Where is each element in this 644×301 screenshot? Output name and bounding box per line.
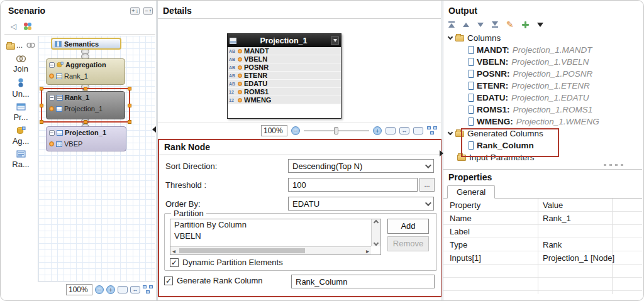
scroll-right-icon[interactable]: ▸ xyxy=(366,248,369,254)
link-icon[interactable] xyxy=(26,42,35,48)
generate-rank-checkbox[interactable]: ✓ xyxy=(164,276,173,285)
grid-toggle-icon[interactable] xyxy=(413,127,423,134)
tree-row-rank-column[interactable]: Rank_Column xyxy=(443,140,642,151)
node-label: Semantics xyxy=(64,40,99,48)
zoom-slider[interactable] xyxy=(304,130,369,131)
fit-page-icon[interactable] xyxy=(118,286,128,293)
tree-column-row[interactable]: ROMS1: Projection_1.ROMS1 xyxy=(443,104,642,116)
tree-column-row[interactable]: ETENR: Projection_1.ETENR xyxy=(443,80,642,92)
projection-column-row[interactable]: 12 WMENG xyxy=(228,96,341,104)
column-icon xyxy=(469,94,474,102)
palette-item-join[interactable]: Join xyxy=(13,64,28,74)
partition-list[interactable]: Partition By Column VBELN ◂ ▸ xyxy=(170,219,381,255)
rank-icon xyxy=(56,74,62,79)
folder-icon xyxy=(455,35,464,41)
tree-column-row[interactable]: WMENG: Projection_1.WMENG xyxy=(443,116,642,128)
back-arrow-icon[interactable]: ◁ xyxy=(11,22,16,31)
details-zoom-input[interactable] xyxy=(261,125,287,136)
projection-column-row[interactable]: AB ETENR xyxy=(228,72,341,80)
splitter-collapse-icon[interactable] xyxy=(152,126,156,133)
zoom-slider-thumb[interactable] xyxy=(334,127,338,134)
fit-page-icon[interactable] xyxy=(386,127,396,134)
add-button[interactable]: Add xyxy=(387,219,429,234)
sort-direction-select[interactable]: Descending(Top N) xyxy=(288,159,434,173)
fit-width-icon[interactable]: ↔ xyxy=(130,286,140,293)
tab-general[interactable]: General xyxy=(447,185,495,199)
palette-icon[interactable] xyxy=(23,21,33,31)
auto-layout-icon[interactable] xyxy=(143,285,153,293)
node-menu-button[interactable] xyxy=(331,36,339,45)
move-top-icon[interactable] xyxy=(448,21,455,28)
auto-layout-icon[interactable] xyxy=(427,126,437,134)
projection-node-header[interactable]: Projection_1 xyxy=(228,34,341,47)
projection-column-row[interactable]: 12 ROMS1 xyxy=(228,88,341,96)
edit-icon[interactable]: ✎ xyxy=(506,21,514,28)
move-down-icon[interactable] xyxy=(477,23,484,27)
collapse-all-icon[interactable]: −↑ xyxy=(143,7,153,15)
union-icon[interactable] xyxy=(18,78,24,87)
chevron-expanded-icon[interactable] xyxy=(448,35,453,40)
projection-node-box[interactable]: Projection_1 AB MANDT AB VBELN xyxy=(227,33,341,119)
data-type-icon: 12 xyxy=(229,88,236,96)
partition-list-item[interactable]: VBELN xyxy=(170,231,371,242)
tree-folder-generated-columns[interactable]: Generated Columns xyxy=(443,128,642,140)
move-up-icon[interactable] xyxy=(463,23,469,27)
scenario-node-aggregation[interactable]: Aggregation Rank_1 xyxy=(46,58,125,85)
tree-column-row[interactable]: VBELN: Projection_1.VBELN xyxy=(443,56,642,68)
tree-folder-input-parameters[interactable]: Input Parameters xyxy=(443,151,642,163)
projection-icon[interactable] xyxy=(16,103,26,111)
projection-column-row[interactable]: AB MANDT xyxy=(228,47,341,55)
scenario-zoom-input[interactable] xyxy=(66,284,92,295)
threshold-browse-button[interactable]: ... xyxy=(419,178,435,192)
scroll-down-icon[interactable] xyxy=(374,241,379,246)
aggregation-icon[interactable] xyxy=(16,126,26,134)
palette-item-projection[interactable]: Pr... xyxy=(13,112,28,122)
panel-resize-grip[interactable] xyxy=(604,164,623,166)
generated-column-name: Rank_Column xyxy=(477,141,534,150)
palette-folder-icon[interactable] xyxy=(6,43,15,50)
palette-item-union[interactable]: Un... xyxy=(12,89,29,99)
scroll-up-icon[interactable] xyxy=(374,220,379,225)
scrollbar-thumb[interactable] xyxy=(179,248,305,253)
folder-label: Input Parameters xyxy=(469,153,535,162)
expand-all-icon[interactable]: +↓ xyxy=(130,7,140,15)
menu-dropdown-icon[interactable] xyxy=(537,23,543,27)
scenario-node-rank[interactable]: Rank_1 Projection_1 xyxy=(46,91,125,119)
rank-column-input[interactable] xyxy=(291,275,435,288)
collapse-node-icon[interactable] xyxy=(49,130,55,136)
rank-icon[interactable] xyxy=(16,150,26,158)
projection-column-row[interactable]: AB POSNR xyxy=(228,63,341,72)
output-column-list: MANDT: Projection_1.MANDT VBELN: Project… xyxy=(443,44,642,128)
scenario-node-semantics[interactable]: Semantics xyxy=(51,38,121,50)
order-by-select[interactable]: EDATU xyxy=(288,197,434,211)
tree-column-row[interactable]: POSNR: Projection_1.POSNR xyxy=(443,68,642,80)
remove-button[interactable]: Remove xyxy=(387,236,429,251)
vertical-scrollbar[interactable] xyxy=(371,219,380,246)
tree-column-row[interactable]: EDATU: Projection_1.EDATU xyxy=(443,92,642,104)
move-bottom-icon[interactable] xyxy=(492,21,498,28)
collapse-node-icon[interactable] xyxy=(49,62,55,68)
tree-column-row[interactable]: MANDT: Projection_1.MANDT xyxy=(443,44,642,56)
scenario-canvas[interactable]: Semantics Aggregation Rank_1 xyxy=(38,36,155,282)
chevron-expanded-icon[interactable] xyxy=(448,130,453,135)
tree-folder-columns[interactable]: Columns xyxy=(443,32,642,44)
palette-item-aggregation[interactable]: Ag... xyxy=(13,136,30,146)
scenario-node-projection[interactable]: Projection_1 VBEP xyxy=(46,126,126,151)
zoom-in-icon[interactable]: + xyxy=(106,285,115,294)
zoom-out-icon[interactable]: − xyxy=(291,126,300,135)
collapse-node-icon[interactable] xyxy=(49,95,55,101)
fit-width-icon[interactable]: ↔ xyxy=(399,127,409,134)
zoom-in-icon[interactable]: + xyxy=(373,126,382,135)
zoom-out-icon[interactable]: − xyxy=(95,285,104,294)
dynamic-partition-checkbox[interactable]: ✓ xyxy=(170,258,179,267)
join-icon[interactable] xyxy=(16,55,26,62)
scroll-left-icon[interactable]: ◂ xyxy=(172,248,175,254)
projection-column-row[interactable]: AB VBELN xyxy=(228,55,341,63)
threshold-input[interactable] xyxy=(288,178,418,192)
projection-column-row[interactable]: AB EDATU xyxy=(228,80,341,88)
chevron-down-icon xyxy=(333,39,337,42)
palette-item-rank[interactable]: Ra... xyxy=(12,160,29,169)
data-type-icon: AB xyxy=(229,72,236,80)
add-column-icon[interactable] xyxy=(522,21,529,28)
horizontal-scrollbar[interactable]: ◂ ▸ xyxy=(170,246,371,254)
